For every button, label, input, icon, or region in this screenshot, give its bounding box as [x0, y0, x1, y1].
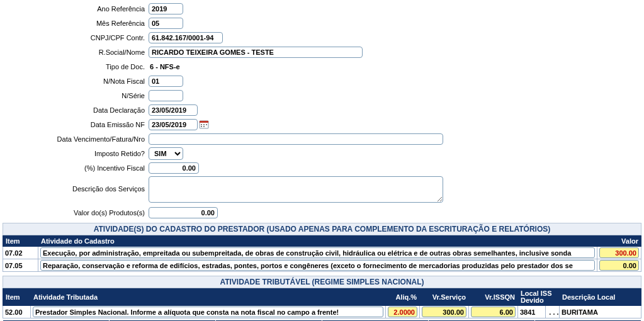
input-data-emiss[interactable]	[149, 119, 198, 130]
label-tipo-doc: Tipo de Doc.	[3, 63, 149, 70]
label-cnpj: CNPJ/CPF Contr.	[3, 34, 149, 42]
label-data-emiss: Data Emissão NF	[3, 121, 149, 128]
section1-title: ATIVIDADE(S) DO CADASTRO DO PRESTADOR (U…	[3, 223, 641, 235]
form-area: Ano Referência Mês Referência CNPJ/CPF C…	[3, 3, 641, 219]
section1-table: Item Atividade do Cadastro Valor 07.02 0…	[3, 235, 641, 272]
input-ano-ref[interactable]	[149, 3, 183, 14]
calendar-icon[interactable]	[199, 120, 209, 130]
section2-row0-item: 52.00	[3, 306, 31, 318]
label-imposto-retido: Imposto Retido?	[3, 150, 149, 157]
label-mes-ref: Mês Referência	[3, 20, 149, 27]
section1-hdr-item: Item	[3, 236, 38, 247]
label-ano-ref: Ano Referência	[3, 5, 149, 13]
section1-row0-item: 07.02	[3, 247, 38, 259]
section1-hdr-atividade: Atividade do Cadastro	[38, 236, 597, 247]
label-incentivo: (%) Incentivo Fiscal	[3, 164, 149, 172]
section2-hdr-vrserv: Vr.Serviço	[420, 289, 469, 306]
svg-rect-2	[201, 124, 202, 125]
svg-rect-1	[200, 121, 208, 123]
section2-title: ATIVIDADE TRIBUTÁVEL (REGIME SIMPLES NAC…	[3, 276, 641, 288]
lookup-local-button[interactable]: . . .	[548, 308, 560, 316]
section2-hdr-desclocal: Descrição Local	[560, 289, 641, 306]
section2-hdr-item: Item	[3, 289, 31, 306]
input-data-decl[interactable]	[149, 104, 198, 116]
label-data-decl: Data Declaração	[3, 106, 149, 114]
section2-table: Item Atividade Tributada Aliq.% Vr.Servi…	[3, 288, 641, 318]
svg-rect-5	[201, 126, 202, 127]
input-rsocial[interactable]	[149, 47, 363, 58]
section2-row0-localcode: 3841	[518, 306, 546, 318]
section2-row0-aliq[interactable]	[388, 307, 417, 317]
svg-rect-3	[203, 124, 205, 125]
label-rsocial: R.Social/Nome	[3, 48, 149, 56]
section2-row0-vrissqn[interactable]	[471, 307, 516, 317]
table-row: 52.00 3841 . . . BURITAMA	[3, 306, 641, 318]
input-cnpj[interactable]	[149, 32, 223, 43]
section1-row1-atividade[interactable]	[40, 260, 595, 271]
section1-row1-valor[interactable]	[599, 260, 639, 271]
input-n-serie[interactable]	[149, 90, 183, 101]
section2-row0-atividade[interactable]	[33, 307, 383, 317]
input-incentivo[interactable]	[149, 162, 199, 174]
label-n-serie: N/Série	[3, 92, 149, 99]
section2-row0-localdesc: BURITAMA	[560, 306, 641, 318]
textarea-desc-serv[interactable]	[149, 176, 443, 203]
section2-hdr-atividade: Atividade Tributada	[31, 289, 386, 306]
input-data-venc[interactable]	[149, 133, 443, 145]
value-tipo-doc: 6 - NFS-e	[149, 63, 180, 70]
table-row: 07.05	[3, 259, 641, 272]
section2-hdr-aliq: Aliq.%	[386, 289, 420, 306]
section2-row0-vrserv[interactable]	[422, 307, 466, 317]
section1-row1-item: 07.05	[3, 259, 38, 272]
input-mes-ref[interactable]	[149, 18, 183, 29]
svg-rect-4	[206, 124, 207, 125]
select-imposto-retido[interactable]: SIM	[149, 147, 183, 160]
section1-hdr-valor: Valor	[597, 236, 641, 247]
section2-hdr-localiss: Local ISS Devido	[518, 289, 560, 306]
section1-row0-atividade[interactable]	[40, 247, 595, 258]
label-desc-serv: Descrição dos Serviços	[3, 176, 149, 193]
section2-hdr-vrissqn: Vr.ISSQN	[469, 289, 518, 306]
input-n-nota[interactable]	[149, 76, 183, 87]
section1-row0-valor[interactable]	[599, 247, 639, 258]
label-valor-prod: Valor do(s) Produtos(s)	[3, 209, 149, 217]
table-row: 07.02	[3, 247, 641, 259]
label-n-nota: N/Nota Fiscal	[3, 77, 149, 85]
input-valor-prod[interactable]	[149, 207, 218, 218]
svg-rect-6	[203, 126, 205, 127]
label-data-venc: Data Vencimento/Fatura/Nro	[3, 135, 149, 143]
